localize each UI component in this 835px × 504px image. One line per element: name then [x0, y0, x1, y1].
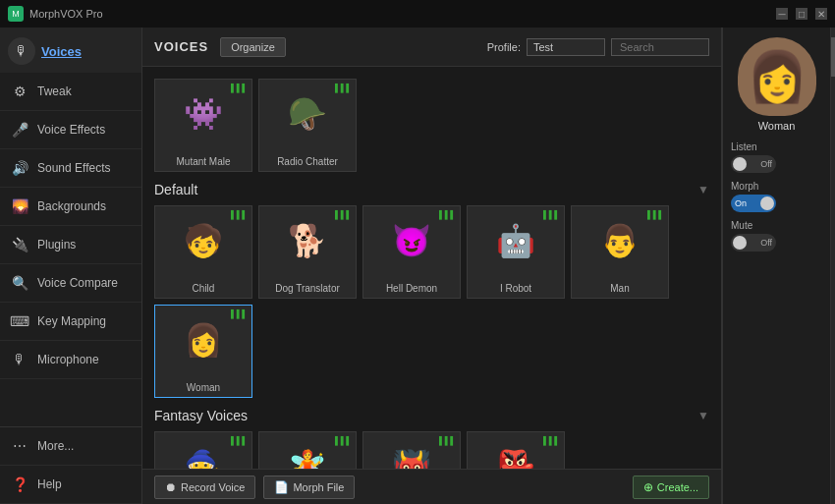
mute-toggle-thumb	[733, 236, 747, 250]
voice-card-female-pixie[interactable]: 🧚 ▌▌▌ Female Pixie	[258, 431, 357, 469]
fantasy-section-title: Fantasy Voices	[154, 408, 248, 423]
organize-button[interactable]: Organize	[220, 37, 286, 57]
nasty-gnome-avatar: 👺	[482, 434, 549, 469]
app-icon: M	[8, 6, 24, 22]
profile-label: Profile:	[487, 41, 521, 53]
selected-voice-image: 👩	[738, 37, 816, 116]
search-input[interactable]	[611, 38, 709, 56]
content-area: VOICES Organize Profile: Test 👾 ▌▌▌ Muta…	[142, 28, 721, 504]
close-button[interactable]: ✕	[815, 8, 827, 20]
morph-file-button[interactable]: 📄 Morph File	[263, 476, 355, 499]
voice-card-dog-translator[interactable]: 🐕 ▌▌▌ Dog Translator	[258, 205, 357, 299]
mute-toggle[interactable]: Off	[731, 234, 776, 252]
sidebar-item-plugins[interactable]: 🔌 Plugins	[0, 226, 141, 264]
create-label: Create...	[657, 481, 698, 493]
right-scrollbar	[830, 28, 835, 504]
titlebar: M MorphVOX Pro ─ □ ✕	[0, 0, 835, 28]
help-icon: ❓	[10, 475, 29, 494]
voice-card-mutant-male[interactable]: 👾 ▌▌▌ Mutant Male	[154, 79, 252, 172]
voice-label-hell-demon: Hell Demon	[363, 283, 460, 294]
record-voice-button[interactable]: ⏺ Record Voice	[154, 476, 255, 499]
voice-card-dwarf[interactable]: 🧙 ▌▌▌ Dwarf	[154, 431, 252, 469]
voice-label-child: Child	[155, 283, 251, 294]
minimize-button[interactable]: ─	[776, 8, 788, 20]
voice-card-radio-chatter[interactable]: 🪖 ▌▌▌ Radio Chatter	[258, 79, 357, 172]
sidebar-label-microphone: Microphone	[37, 353, 99, 366]
voice-label-radio-chatter: Radio Chatter	[259, 156, 356, 167]
sidebar-item-more[interactable]: ⋯ More...	[0, 427, 141, 466]
signal-icon-mutant: ▌▌▌	[231, 84, 248, 92]
record-icon: ⏺	[165, 480, 177, 494]
voice-card-man[interactable]: 👨 ▌▌▌ Man	[571, 205, 669, 299]
voice-label-dog-translator: Dog Translator	[259, 283, 356, 294]
voice-compare-icon: 🔍	[10, 273, 29, 293]
bottom-action-bar: ⏺ Record Voice 📄 Morph File ⊕ Create...	[142, 469, 721, 504]
morph-file-icon: 📄	[274, 480, 289, 494]
sidebar-item-voice-effects[interactable]: 🎤 Voice Effects	[0, 111, 141, 149]
sidebar-label-plugins: Plugins	[37, 238, 76, 252]
default-voice-grid: 🧒 ▌▌▌ Child 🐕 ▌▌▌ Dog Translator 😈 ▌▌▌ H…	[154, 205, 709, 398]
voice-label-woman: Woman	[155, 382, 251, 393]
sidebar-item-tweak[interactable]: ⚙ Tweak	[0, 73, 141, 111]
signal-icon-gnome: ▌▌▌	[543, 436, 560, 445]
voice-card-i-robot[interactable]: 🤖 ▌▌▌ I Robot	[467, 205, 565, 299]
maximize-button[interactable]: □	[796, 8, 807, 20]
backgrounds-icon: 🌄	[10, 196, 29, 216]
profile-area: Profile: Test	[487, 38, 709, 56]
titlebar-left: M MorphVOX Pro	[8, 6, 103, 22]
voice-card-hell-demon[interactable]: 😈 ▌▌▌ Hell Demon	[362, 205, 461, 299]
default-section-header: Default ▼	[154, 182, 709, 197]
create-button[interactable]: ⊕ Create...	[633, 476, 709, 499]
profile-select[interactable]: Test	[527, 38, 605, 56]
signal-icon-child: ▌▌▌	[231, 210, 248, 219]
listen-toggle[interactable]: Off	[731, 155, 776, 173]
signal-icon-giant: ▌▌▌	[439, 436, 456, 445]
voices-scroll-area[interactable]: 👾 ▌▌▌ Mutant Male 🪖 ▌▌▌ Radio Chatter De…	[142, 67, 721, 469]
sidebar-item-backgrounds[interactable]: 🌄 Backgrounds	[0, 188, 141, 226]
woman-avatar: 👩	[170, 308, 237, 371]
voice-card-nasty-gnome[interactable]: 👺 ▌▌▌ Nasty Gnome	[467, 431, 565, 469]
titlebar-controls: ─ □ ✕	[776, 8, 827, 20]
morph-file-label: Morph File	[293, 481, 344, 493]
sidebar-item-microphone[interactable]: 🎙 Microphone	[0, 341, 141, 379]
voice-card-woman[interactable]: 👩 ▌▌▌ Woman	[154, 305, 252, 398]
signal-icon-robot: ▌▌▌	[543, 210, 560, 219]
sidebar-label-sound-effects: Sound Effects	[37, 161, 111, 175]
listen-toggle-thumb	[733, 157, 747, 171]
radio-chatter-avatar: 🪖	[274, 82, 341, 145]
listen-label: Listen	[731, 141, 822, 152]
scrollbar-thumb	[831, 37, 835, 77]
signal-icon-radio: ▌▌▌	[335, 84, 352, 92]
right-panel-wrapper: 👩 Woman Listen Off Morph On Mute	[721, 28, 835, 504]
voices-section-title: VOICES	[154, 39, 208, 54]
voice-label-i-robot: I Robot	[468, 283, 564, 294]
record-voice-label: Record Voice	[181, 481, 245, 493]
sidebar-label-tweak: Tweak	[37, 84, 72, 98]
voice-card-child[interactable]: 🧒 ▌▌▌ Child	[154, 205, 252, 299]
main-area: 🎙 Voices ⚙ Tweak 🎤 Voice Effects 🔊 Sound…	[0, 28, 835, 504]
mutant-male-avatar: 👾	[170, 82, 237, 145]
fantasy-collapse-icon[interactable]: ▼	[697, 409, 709, 422]
sidebar-voices-header[interactable]: 🎙 Voices	[0, 28, 141, 73]
sidebar-label-more: More...	[37, 439, 74, 453]
morph-label: Morph	[731, 181, 822, 192]
signal-icon-pixie: ▌▌▌	[335, 436, 352, 445]
sidebar-label-voice-effects: Voice Effects	[37, 123, 105, 137]
morph-toggle[interactable]: On	[731, 195, 776, 212]
sidebar-item-voice-compare[interactable]: 🔍 Voice Compare	[0, 264, 141, 303]
signal-icon-dog: ▌▌▌	[335, 210, 352, 219]
sidebar-item-sound-effects[interactable]: 🔊 Sound Effects	[0, 149, 141, 188]
i-robot-avatar: 🤖	[482, 208, 549, 272]
tweak-icon: ⚙	[10, 82, 29, 101]
listen-control: Listen Off	[731, 141, 822, 173]
signal-icon-demon: ▌▌▌	[439, 210, 456, 219]
listen-state: Off	[760, 159, 772, 169]
sidebar-item-help[interactable]: ❓ Help	[0, 466, 141, 504]
right-panel: 👩 Woman Listen Off Morph On Mute	[722, 28, 830, 504]
fantasy-voice-grid: 🧙 ▌▌▌ Dwarf 🧚 ▌▌▌ Female Pixie 👹 ▌▌▌ Gia…	[154, 431, 709, 469]
sidebar: 🎙 Voices ⚙ Tweak 🎤 Voice Effects 🔊 Sound…	[0, 28, 142, 504]
female-pixie-avatar: 🧚	[274, 434, 341, 469]
sidebar-item-key-mapping[interactable]: ⌨ Key Mapping	[0, 303, 141, 341]
default-collapse-icon[interactable]: ▼	[697, 183, 709, 196]
voice-card-giant[interactable]: 👹 ▌▌▌ Giant	[362, 431, 461, 469]
